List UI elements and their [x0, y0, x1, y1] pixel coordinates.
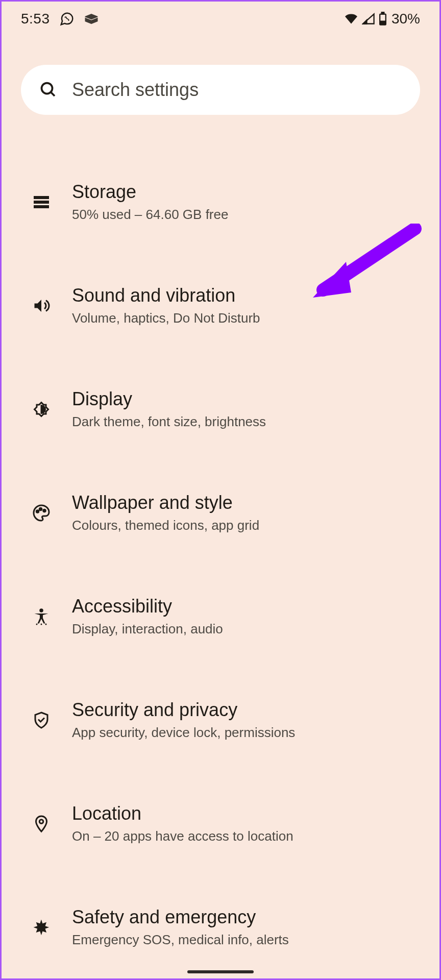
settings-subtitle: App security, device lock, permissions: [72, 725, 410, 741]
svg-point-8: [36, 510, 39, 512]
sound-icon: [31, 296, 52, 316]
battery-percent: 30%: [391, 11, 420, 27]
palette-icon: [31, 503, 52, 523]
settings-list: Storage 50% used – 64.60 GB free Sound a…: [2, 161, 439, 980]
settings-subtitle: Display, interaction, audio: [72, 621, 410, 637]
settings-subtitle: Dark theme, font size, brightness: [72, 414, 410, 430]
settings-item-location[interactable]: Location On – 20 apps have access to loc…: [21, 782, 420, 865]
svg-point-9: [39, 508, 42, 510]
svg-line-4: [51, 92, 55, 96]
status-bar: 5:53: [2, 2, 439, 36]
settings-item-safety[interactable]: Safety and emergency Emergency SOS, medi…: [21, 886, 420, 968]
svg-rect-1: [382, 12, 384, 14]
settings-text: Sound and vibration Volume, haptics, Do …: [72, 285, 410, 326]
search-bar[interactable]: Search settings: [21, 65, 420, 115]
settings-title: Wallpaper and style: [72, 492, 410, 513]
settings-text: Location On – 20 apps have access to loc…: [72, 803, 410, 844]
battery-icon: [378, 12, 387, 26]
search-placeholder: Search settings: [72, 79, 199, 101]
svg-point-11: [39, 608, 43, 612]
settings-item-storage[interactable]: Storage 50% used – 64.60 GB free: [21, 161, 420, 243]
settings-text: Safety and emergency Emergency SOS, medi…: [72, 906, 410, 948]
svg-point-12: [36, 623, 38, 625]
svg-rect-7: [34, 205, 49, 208]
svg-point-15: [39, 819, 43, 823]
settings-subtitle: 50% used – 64.60 GB free: [72, 207, 410, 223]
settings-title: Display: [72, 388, 410, 410]
signal-icon: [362, 13, 375, 25]
settings-item-security[interactable]: Security and privacy App security, devic…: [21, 679, 420, 761]
svg-rect-2: [380, 21, 385, 24]
nav-indicator[interactable]: [187, 970, 254, 973]
settings-item-display[interactable]: Display Dark theme, font size, brightnes…: [21, 368, 420, 450]
svg-point-14: [45, 623, 47, 625]
accessibility-icon: [31, 606, 52, 627]
whatsapp-icon: [59, 11, 75, 27]
settings-subtitle: Emergency SOS, medical info, alerts: [72, 932, 410, 948]
location-icon: [31, 814, 52, 834]
search-container: Search settings: [21, 65, 420, 115]
settings-title: Safety and emergency: [72, 906, 410, 928]
search-icon: [39, 81, 58, 99]
status-bar-left: 5:53: [21, 11, 99, 27]
svg-point-10: [43, 509, 46, 512]
shield-icon: [31, 710, 52, 730]
settings-title: Sound and vibration: [72, 285, 410, 306]
settings-title: Accessibility: [72, 596, 410, 617]
settings-text: Display Dark theme, font size, brightnes…: [72, 388, 410, 430]
settings-subtitle: Volume, haptics, Do Not Disturb: [72, 310, 410, 326]
svg-rect-5: [34, 196, 49, 199]
package-icon: [84, 12, 99, 26]
status-bar-right: 30%: [344, 11, 420, 27]
settings-title: Security and privacy: [72, 699, 410, 721]
settings-subtitle: On – 20 apps have access to location: [72, 828, 410, 844]
svg-point-13: [41, 623, 42, 625]
wifi-icon: [344, 13, 359, 25]
settings-item-wallpaper[interactable]: Wallpaper and style Colours, themed icon…: [21, 472, 420, 554]
svg-rect-6: [34, 201, 49, 204]
medical-icon: [31, 917, 52, 938]
settings-item-sound[interactable]: Sound and vibration Volume, haptics, Do …: [21, 264, 420, 347]
svg-point-3: [42, 83, 53, 94]
settings-item-accessibility[interactable]: Accessibility Display, interaction, audi…: [21, 575, 420, 657]
display-icon: [31, 399, 52, 420]
settings-text: Wallpaper and style Colours, themed icon…: [72, 492, 410, 533]
settings-text: Storage 50% used – 64.60 GB free: [72, 181, 410, 223]
settings-title: Location: [72, 803, 410, 824]
storage-icon: [31, 192, 52, 212]
settings-text: Accessibility Display, interaction, audi…: [72, 596, 410, 637]
status-time: 5:53: [21, 11, 50, 27]
settings-text: Security and privacy App security, devic…: [72, 699, 410, 741]
settings-subtitle: Colours, themed icons, app grid: [72, 518, 410, 533]
settings-title: Storage: [72, 181, 410, 203]
